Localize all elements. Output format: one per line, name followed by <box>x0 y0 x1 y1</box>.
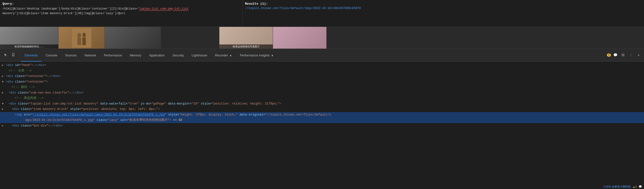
code-line-5: <!-- 路径 --> <box>0 85 644 90</box>
svg-rect-0 <box>72 28 92 48</box>
tab-network[interactable]: Network <box>81 49 100 62</box>
query-label: Query: <box>2 2 240 6</box>
query-line2: masonry']/div[@class='item masonry-brick… <box>2 12 125 15</box>
more-icon[interactable]: ⋮ <box>628 52 634 58</box>
image-item-3 <box>105 27 161 49</box>
code-line-11: mgs/2023-01-24/2c1b707a81f644f6_s.jpg" c… <box>0 117 644 123</box>
svg-rect-3 <box>77 38 81 45</box>
image-label-1: 欧亚跨国婚姻婚纱情侣... <box>0 45 58 49</box>
close-icon[interactable]: ✕ <box>635 52 642 58</box>
code-line-4: ▼ <div class="container"> <box>0 79 644 85</box>
code-line-1: ▶ <div id="head">…</div> <box>0 63 644 68</box>
tab-performance[interactable]: Performance <box>100 49 126 62</box>
line-arrow-9[interactable]: ▶ <box>2 106 5 112</box>
svg-rect-4 <box>82 37 86 45</box>
tab-performance-insights[interactable]: Performance insights ▲ <box>236 49 278 62</box>
tab-sources[interactable]: Sources <box>61 49 81 62</box>
line-arrow-8[interactable]: ▼ <box>2 101 5 106</box>
svg-point-7 <box>622 54 624 56</box>
svg-point-1 <box>77 33 81 38</box>
image-item-6 <box>273 27 327 49</box>
code-line-10: … <img src="//scpic1.chinaz.net/files/de… <box>0 112 644 118</box>
chat-icon[interactable]: 💬 <box>612 52 619 58</box>
device-icon[interactable] <box>10 52 17 58</box>
brand-link[interactable]: CSDN @要努力啊阿南 <box>604 185 630 188</box>
results-text: //scpic1.chinaz.net/files/default/imgs/2… <box>245 7 642 10</box>
code-line-8: ▼ <div class="tupian-list com-img-txt-li… <box>0 101 644 107</box>
inspect-icon[interactable] <box>2 52 9 58</box>
svg-rect-5 <box>12 53 14 56</box>
image-item-2 <box>58 27 105 49</box>
code-line-9: ▶ <div class="item masonry-brick" style=… <box>0 106 644 112</box>
tab-security[interactable]: Security <box>168 49 188 62</box>
warning-badge: 2 <box>607 54 611 57</box>
tab-lighthouse[interactable]: Lighthouse <box>188 49 211 62</box>
code-line-2: <!-- 分类 --> <box>0 68 644 74</box>
tab-recorder[interactable]: Recorder ▲ <box>211 49 236 62</box>
image-item-4 <box>161 27 220 49</box>
tab-memory[interactable]: Memory <box>126 49 145 62</box>
code-line-12: ▶ <div class="bot-div">…</div> <box>0 123 644 129</box>
code-line-7: <!-- 商品列表 --> <box>0 95 644 101</box>
image-item-5: 欧美运动风情侣写真图片 <box>220 27 273 49</box>
query-text: /html[@class='desktop landscape']/body/d… <box>2 7 240 16</box>
image-item-1: 欧亚跨国婚姻婚纱情侣... <box>0 27 58 49</box>
tabs-spacer <box>278 49 604 61</box>
query-panel: Query: /html[@class='desktop landscape']… <box>0 0 242 27</box>
line-arrow-1[interactable]: ▶ <box>2 63 5 68</box>
line-arrow-11 <box>2 117 5 123</box>
query-line1: /html[@class='desktop landscape']/body/d… <box>2 7 188 11</box>
line-arrow-5 <box>2 85 5 90</box>
tab-icon-group <box>1 49 18 61</box>
tabs-bar: Elements Console Sources Network Perform… <box>0 49 644 62</box>
line-arrow-10: … <box>2 112 5 117</box>
tab-application[interactable]: Application <box>145 49 169 62</box>
tab-console[interactable]: Console <box>42 49 61 62</box>
image-strip: 欧亚跨国婚姻婚纱情侣... 欧美运动风情侣写真图片 <box>0 27 644 49</box>
image-svg-2 <box>72 28 92 48</box>
recorder-person-icon: ▲ <box>229 54 232 57</box>
line-arrow-2 <box>2 68 5 74</box>
bottom-bar: CSDN @要努力啊阿南 ▲2 💬 <box>602 184 644 189</box>
code-line-3: ▶ <div class="container">…</div> <box>0 74 644 79</box>
code-panel: ▶ <div id="head">…</div> <!-- 分类 --> ▶ <… <box>0 62 644 189</box>
performance-insights-person-icon: ▲ <box>271 54 274 57</box>
image-label-5: 欧美运动风情侣写真图片 <box>220 45 273 49</box>
message-icon[interactable]: 💬 <box>639 185 642 188</box>
line-arrow-3[interactable]: ▶ <box>2 74 5 79</box>
code-line-6: ▶ <div class="com-nav-box clearfix">…</d… <box>0 90 644 96</box>
line-arrow-4[interactable]: ▼ <box>2 79 5 85</box>
top-right-icons: 2 💬 ⋮ ✕ <box>604 49 644 61</box>
settings-icon[interactable] <box>620 52 626 58</box>
results-panel: Results (1): //scpic1.chinaz.net/files/d… <box>242 0 644 27</box>
line-arrow-7 <box>2 95 5 101</box>
results-label: Results (1): <box>245 2 642 6</box>
tab-elements[interactable]: Elements <box>21 49 42 62</box>
tab-divider-1 <box>20 51 20 59</box>
line-arrow-6[interactable]: ▶ <box>2 90 5 95</box>
line-arrow-12[interactable]: ▶ <box>2 123 5 128</box>
svg-point-2 <box>82 33 86 37</box>
warning-count: ▲2 <box>632 185 637 188</box>
top-bar: Query: /html[@class='desktop landscape']… <box>0 0 644 27</box>
